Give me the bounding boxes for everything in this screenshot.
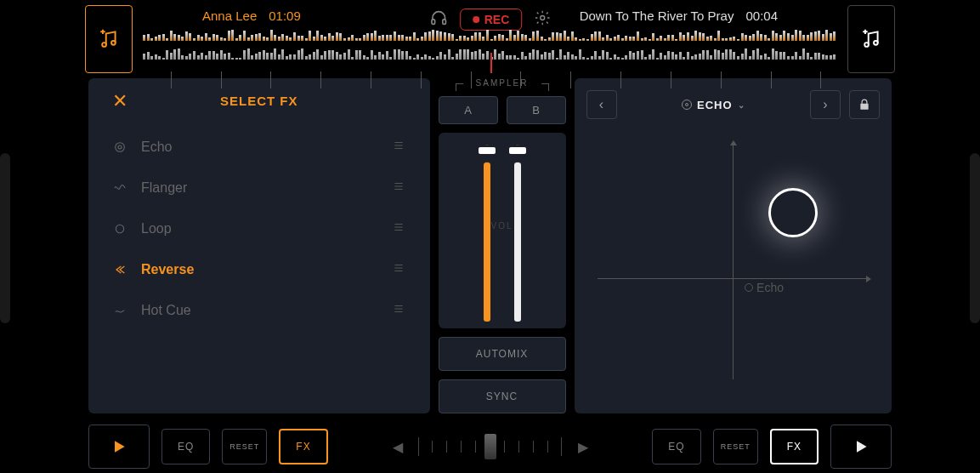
- svg-point-1: [111, 41, 116, 45]
- fx-select-panel: ✕ SELECT FX EchoFlangerLoopReverseHot Cu…: [88, 78, 430, 413]
- top-center-controls: REC: [429, 9, 552, 31]
- svg-rect-2: [431, 20, 434, 25]
- fx-item-label: Reverse: [141, 262, 194, 277]
- fx-item-icon: [112, 262, 127, 277]
- crossfader-section: ◀ ▶: [340, 432, 641, 462]
- automix-button[interactable]: AUTOMIX: [439, 337, 566, 371]
- deck-a-volume-fader[interactable]: [484, 145, 490, 322]
- sampler-label: SAMPLER: [439, 78, 566, 88]
- svg-point-8: [118, 145, 122, 149]
- drag-handle-icon[interactable]: [391, 221, 406, 236]
- svg-point-0: [102, 43, 106, 47]
- play-icon: [110, 438, 127, 455]
- xy-control-point[interactable]: [768, 188, 818, 237]
- drag-handle-icon[interactable]: [391, 140, 406, 155]
- svg-point-5: [864, 43, 869, 47]
- playhead: [490, 53, 492, 73]
- main-area: ✕ SELECT FX EchoFlangerLoopReverseHot Cu…: [85, 78, 895, 420]
- fx-item-label: Hot Cue: [141, 303, 191, 318]
- fx-deck-b-button[interactable]: FX: [770, 429, 819, 464]
- deck-a-track-info: Anna Lee 01:09: [202, 9, 301, 23]
- svg-point-9: [116, 225, 123, 232]
- drag-handle-icon[interactable]: [391, 262, 406, 277]
- fx-panel-title: SELECT FX: [220, 94, 298, 108]
- crossfader[interactable]: [418, 434, 563, 459]
- sampler-a-button[interactable]: A: [439, 96, 498, 124]
- play-deck-a-button[interactable]: [88, 425, 150, 469]
- xy-axis-vertical: [733, 144, 734, 379]
- waveform-overview[interactable]: Anna Lee 01:09 REC Down To The River To …: [143, 5, 837, 73]
- fx-deck-a-button[interactable]: FX: [279, 429, 327, 464]
- reset-deck-a-button[interactable]: RESET: [222, 429, 267, 464]
- fx-item-hot-cue[interactable]: Hot Cue: [112, 290, 406, 331]
- add-track-deck-b-button[interactable]: [847, 5, 895, 73]
- deck-b-volume-fader[interactable]: [514, 145, 521, 322]
- xy-point-label: Echo: [745, 281, 784, 294]
- drag-handle-icon[interactable]: [391, 180, 406, 196]
- fx-item-label: Echo: [141, 140, 172, 155]
- svg-point-4: [541, 16, 545, 20]
- mixer-column: SAMPLER A B VOL AUTOMIX SYNC: [439, 78, 566, 413]
- effect-name: ECHO: [697, 99, 733, 111]
- crossfader-right-arrow[interactable]: ▶: [571, 432, 595, 462]
- crossfader-left-arrow[interactable]: ◀: [386, 432, 410, 462]
- headphones-icon[interactable]: [429, 9, 448, 31]
- music-note-plus-icon: [98, 28, 120, 50]
- music-note-plus-icon: [860, 28, 882, 50]
- play-deck-b-button[interactable]: [830, 425, 892, 469]
- xy-pad[interactable]: Echo: [586, 128, 881, 402]
- settings-button[interactable]: [534, 9, 551, 30]
- xy-effect-panel: ‹ ECHO ⌄ › Echo: [575, 78, 892, 413]
- fx-item-icon: [112, 303, 127, 318]
- volume-faders: VOL: [439, 133, 566, 328]
- deck-b-time: 00:04: [745, 9, 778, 23]
- eq-deck-a-button[interactable]: EQ: [161, 429, 210, 464]
- disc-icon: [745, 283, 753, 292]
- record-label: REC: [484, 13, 510, 26]
- sync-button[interactable]: SYNC: [439, 379, 566, 413]
- waveform-canvas[interactable]: [143, 29, 837, 73]
- disc-icon: [682, 100, 692, 110]
- deck-b-title: Down To The River To Pray: [580, 9, 734, 23]
- deck-a-title: Anna Lee: [202, 9, 257, 23]
- add-track-deck-a-button[interactable]: [85, 5, 133, 73]
- record-button[interactable]: REC: [460, 9, 523, 31]
- next-effect-button[interactable]: ›: [810, 90, 841, 119]
- svg-point-6: [874, 41, 878, 45]
- play-icon: [853, 438, 870, 455]
- lock-effect-button[interactable]: [849, 90, 880, 119]
- bottom-bar: EQ RESET FX ◀ ▶ EQ RESET FX: [85, 420, 895, 473]
- close-fx-panel-button[interactable]: ✕: [112, 90, 127, 112]
- deck-b-track-info: Down To The River To Pray 00:04: [580, 9, 778, 23]
- effect-selector[interactable]: ECHO ⌄: [626, 99, 802, 111]
- reset-deck-b-button[interactable]: RESET: [713, 429, 758, 464]
- fx-item-icon: [112, 140, 127, 155]
- fx-item-label: Flanger: [141, 180, 187, 196]
- fx-item-flanger[interactable]: Flanger: [112, 168, 406, 208]
- fx-item-icon: [112, 221, 127, 236]
- svg-point-7: [116, 143, 125, 152]
- drag-handle-icon[interactable]: [391, 303, 406, 318]
- fx-item-echo[interactable]: Echo: [112, 127, 406, 168]
- fx-item-icon: [112, 180, 127, 196]
- sampler-b-button[interactable]: B: [507, 96, 566, 124]
- eq-deck-b-button[interactable]: EQ: [652, 429, 700, 464]
- deck-a-time: 01:09: [269, 9, 301, 23]
- crossfader-handle[interactable]: [484, 434, 496, 459]
- fx-item-loop[interactable]: Loop: [112, 208, 406, 249]
- prev-effect-button[interactable]: ‹: [586, 90, 617, 119]
- fx-list: EchoFlangerLoopReverseHot Cue: [112, 127, 406, 398]
- svg-rect-3: [442, 20, 445, 25]
- fx-item-label: Loop: [141, 221, 172, 236]
- record-dot-icon: [473, 16, 479, 23]
- lock-icon: [858, 98, 870, 111]
- chevron-down-icon: ⌄: [738, 100, 745, 110]
- top-bar: Anna Lee 01:09 REC Down To The River To …: [85, 0, 895, 78]
- vol-label: VOL: [490, 221, 513, 231]
- fx-item-reverse[interactable]: Reverse: [112, 249, 406, 290]
